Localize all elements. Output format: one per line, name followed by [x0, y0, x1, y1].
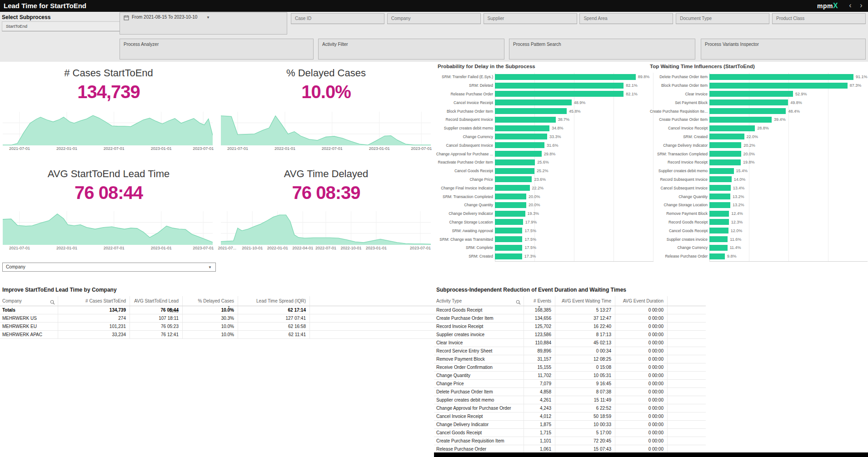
bar[interactable]	[495, 211, 525, 217]
bar[interactable]	[495, 151, 542, 157]
bar[interactable]	[495, 236, 522, 242]
tool-activity-filter[interactable]: Activity Filter	[318, 39, 504, 60]
bar[interactable]	[709, 185, 731, 191]
bar[interactable]	[495, 108, 567, 114]
bar[interactable]	[495, 142, 544, 148]
bar[interactable]	[495, 168, 534, 174]
table-row[interactable]: Record Goods Receipt168,3855 13:270 00:0…	[434, 306, 706, 314]
tool-process-analyzer[interactable]: Process Analyzer	[120, 39, 314, 60]
table-cell: 11,702	[524, 372, 555, 379]
bar[interactable]	[495, 245, 522, 251]
filter-input-spend-area[interactable]: Spend Area	[579, 13, 673, 24]
bar[interactable]	[709, 176, 732, 182]
sort-desc-icon[interactable]: ▼	[227, 305, 230, 308]
table-row[interactable]: Totals134,73976 08:4410.0%62 17:14	[0, 306, 434, 314]
filter-input-company[interactable]: Company	[387, 13, 481, 24]
bar[interactable]	[709, 236, 728, 242]
bar[interactable]	[495, 91, 624, 97]
bar[interactable]	[709, 168, 734, 174]
bar[interactable]	[495, 176, 532, 182]
bar[interactable]	[709, 151, 741, 157]
table-cell: Cancel Invoice Receipt	[434, 412, 524, 420]
filter-input-case-id[interactable]: Case ID	[291, 13, 384, 24]
table-row[interactable]: Create Purchase Order Item134,65637 12:4…	[434, 314, 706, 323]
column-header[interactable]: Activity Type	[434, 296, 524, 306]
bar[interactable]	[495, 253, 522, 259]
bar[interactable]	[709, 125, 755, 131]
column-header[interactable]: AVG Event Waiting Time	[555, 296, 615, 306]
chevron-left-icon[interactable]: ‹	[845, 0, 855, 12]
bar[interactable]	[495, 74, 636, 80]
table-row[interactable]: Record Service Entry Sheet89,8960 00:340…	[434, 347, 706, 355]
tool-process-variants-inspector[interactable]: Process Variants Inspector	[701, 39, 866, 60]
table-row[interactable]: Delete Purchase Order Item4,8588 07:380 …	[434, 388, 706, 396]
bar[interactable]	[495, 134, 547, 139]
bar[interactable]	[709, 117, 772, 123]
table-row[interactable]: Receive Order Confirmation15,1550 15:080…	[434, 363, 706, 372]
bar[interactable]	[709, 83, 848, 89]
bar[interactable]	[709, 253, 725, 259]
sort-desc-icon[interactable]: ▼	[538, 305, 541, 308]
bar[interactable]	[709, 91, 793, 97]
table-row[interactable]: Record Invoice Receipt125,70216 22:400 0…	[434, 323, 706, 331]
column-header[interactable]: # Cases StartToEnd	[58, 296, 130, 306]
bar[interactable]	[495, 228, 522, 233]
column-header[interactable]: Company	[0, 296, 58, 306]
bar[interactable]	[495, 185, 530, 191]
table-row[interactable]: Supplier creates debit memo4,26115 11:49…	[434, 396, 706, 404]
bar[interactable]	[495, 117, 556, 123]
column-header[interactable]: # Events	[524, 296, 555, 306]
bar[interactable]	[709, 219, 729, 225]
table-row[interactable]: MEHRWERK APAC33,23476 12:4110.0%62 11:41	[0, 331, 434, 339]
bar[interactable]	[709, 134, 744, 139]
bar[interactable]	[495, 99, 572, 105]
bar-row: Change Currency33.3%	[434, 133, 645, 141]
table-cell: Create Purchase Requisition Item	[434, 437, 524, 445]
tool-process-pattern-search[interactable]: Process Pattern Search	[509, 39, 695, 60]
bar[interactable]	[495, 219, 523, 225]
bar[interactable]	[709, 228, 728, 233]
bar[interactable]	[709, 99, 788, 105]
bar-value-label: 13.4%	[733, 186, 745, 190]
table-row[interactable]: Change Quantity11,70210 05:310 00:00	[434, 372, 706, 380]
bar-row: Record Subsequent Invoice38.7%	[434, 115, 645, 124]
table-row[interactable]: Create Purchase Requisition Item1,10172 …	[434, 437, 706, 445]
bar[interactable]	[495, 202, 526, 208]
table-row[interactable]: Remove Payment Block31,15712 08:250 00:0…	[434, 355, 706, 363]
table-row[interactable]: MEHRWERK US274107 18:1130.3%127 07:41	[0, 314, 434, 323]
bar[interactable]	[495, 83, 624, 89]
table-row[interactable]: Clear Invoice110,88445 02:130 00:00	[434, 339, 706, 347]
bar[interactable]	[709, 211, 729, 217]
bar[interactable]	[709, 245, 728, 251]
company-dropdown[interactable]: Company ▼	[2, 263, 216, 272]
bar[interactable]	[709, 74, 853, 80]
bar[interactable]	[709, 159, 741, 165]
table-row[interactable]: Supplier creates invoice123,5868 17:130 …	[434, 331, 706, 339]
bar[interactable]	[495, 159, 535, 165]
column-header[interactable]: Lead Time Spread (IQR)	[238, 296, 310, 306]
table-row[interactable]: MEHRWERK EU101,23176 05:2310.0%62 16:58	[0, 323, 434, 331]
table-row[interactable]: Change Approval for Purchase Order4,2436…	[434, 404, 706, 412]
bar[interactable]	[495, 194, 526, 199]
bar[interactable]	[495, 125, 549, 131]
chevron-right-icon[interactable]: ›	[856, 0, 866, 12]
table-cell-filler	[310, 314, 434, 322]
table-row[interactable]: Cancel Invoice Receipt4,01250 18:590 00:…	[434, 412, 706, 421]
search-icon[interactable]	[50, 298, 55, 306]
search-icon[interactable]	[516, 298, 521, 306]
table-row[interactable]: Cancel Goods Receipt1,7155 17:000 00:00	[434, 429, 706, 437]
filter-input-supplier[interactable]: Supplier	[484, 13, 577, 24]
bar-value-label: 19.3%	[528, 211, 539, 216]
column-header[interactable]: % Delayed Cases	[183, 296, 238, 306]
bar[interactable]	[709, 202, 730, 208]
bar[interactable]	[709, 194, 730, 199]
bar[interactable]	[709, 142, 741, 148]
date-range-filter[interactable]: From 2021-08-15 To 2023-10-10 ▼	[120, 12, 287, 35]
filter-input-document-type[interactable]: Document Type	[676, 13, 769, 24]
table-row[interactable]: Change Price7,0799 16:450 00:00	[434, 380, 706, 388]
filter-input-product-class[interactable]: Product Class	[772, 13, 866, 24]
column-header[interactable]: AVG Event Duration	[615, 296, 668, 306]
column-header[interactable]: AVG StartToEnd Lead Time	[130, 296, 183, 306]
bar[interactable]	[709, 108, 786, 114]
table-row[interactable]: Change Delivery Indicator1,87510 00:330 …	[434, 421, 706, 429]
